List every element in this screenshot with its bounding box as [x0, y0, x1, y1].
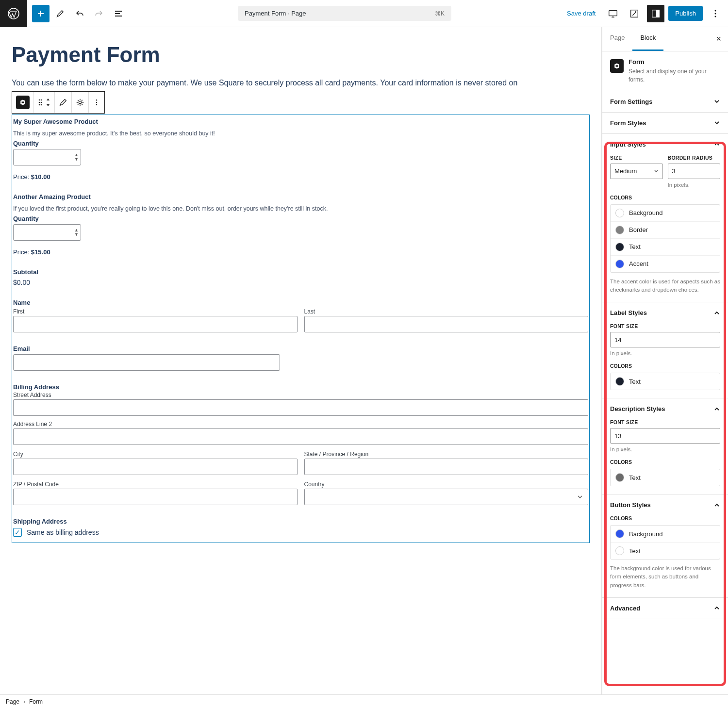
panel-header-label-styles[interactable]: Label Styles — [602, 302, 728, 323]
settings-sidebar-toggle[interactable] — [647, 5, 664, 22]
chevron-up-icon — [713, 406, 720, 412]
block-more-button[interactable] — [89, 92, 104, 113]
color-row[interactable]: Text — [611, 239, 720, 256]
chevron-up-icon — [713, 605, 720, 611]
accent-help-text: The accent color is used for aspects suc… — [610, 278, 720, 295]
same-as-billing-checkbox[interactable]: ✓ — [13, 528, 22, 537]
chevron-down-icon — [713, 119, 720, 126]
color-row[interactable]: Text — [611, 543, 720, 559]
color-swatch — [615, 546, 624, 555]
save-draft-link[interactable]: Save draft — [562, 7, 600, 20]
color-row[interactable]: Accent — [611, 256, 720, 272]
sidebar-tabs: Page Block × — [602, 27, 728, 51]
panel-form-styles: Form Styles — [602, 113, 728, 134]
toolbar-center: Payment Form · Page ⌘K — [127, 6, 562, 21]
size-select[interactable]: Medium — [610, 164, 663, 179]
block-header: Form Select and display one of your form… — [602, 51, 728, 91]
shipping-address-label: Shipping Address — [13, 518, 588, 525]
color-swatch — [615, 473, 624, 482]
color-row[interactable]: Background — [611, 205, 720, 222]
last-name-input[interactable] — [304, 316, 589, 332]
more-options-icon[interactable] — [707, 5, 724, 22]
color-swatch — [615, 529, 624, 538]
svg-point-5 — [715, 10, 716, 11]
panel-header-advanced[interactable]: Advanced — [602, 598, 728, 619]
preview-desktop-icon[interactable] — [604, 5, 622, 22]
document-outline-icon[interactable] — [110, 5, 127, 22]
panel-header-description-styles[interactable]: Description Styles — [602, 398, 728, 419]
svg-point-15 — [79, 101, 81, 103]
block-type-button[interactable] — [12, 92, 34, 113]
product-description: If you loved the first product, you're r… — [13, 205, 588, 212]
form-block[interactable]: My Super Awesome Product This is my supe… — [12, 115, 590, 543]
panel-header-button-styles[interactable]: Button Styles — [602, 494, 728, 515]
settings-sidebar: Page Block × Form Select and display one… — [602, 27, 728, 694]
breadcrumb-form[interactable]: Form — [29, 698, 43, 705]
panel-header-form-settings[interactable]: Form Settings — [602, 91, 728, 112]
panel-header-input-styles[interactable]: Input Styles — [602, 134, 728, 155]
address-line2-label: Address Line 2 — [13, 421, 588, 428]
top-toolbar: Payment Form · Page ⌘K Save draft Publis… — [0, 0, 728, 27]
zip-input[interactable] — [13, 489, 298, 505]
wp-logo-icon[interactable] — [0, 0, 27, 27]
document-title-bar[interactable]: Payment Form · Page ⌘K — [238, 6, 451, 21]
first-name-input[interactable] — [13, 316, 298, 332]
border-radius-input[interactable] — [668, 164, 721, 179]
toolbar-right: Save draft Publish — [562, 5, 728, 22]
tab-page[interactable]: Page — [602, 27, 632, 51]
breadcrumb-page[interactable]: Page — [6, 698, 19, 705]
input-colors-list: Background Border Text Accent — [610, 204, 720, 273]
add-block-button[interactable] — [32, 5, 50, 22]
price-line: Price: $10.00 — [13, 173, 588, 181]
block-settings-button[interactable] — [72, 92, 89, 113]
colors-heading: COLORS — [610, 363, 720, 369]
panel-description-styles: Description Styles FONT SIZE In pixels. … — [602, 398, 728, 494]
quantity-input[interactable]: ▲▼ — [13, 149, 81, 165]
chevron-up-icon — [713, 310, 720, 316]
chevron-up-icon — [713, 502, 720, 509]
color-row[interactable]: Text — [611, 469, 720, 486]
publish-button[interactable]: Publish — [668, 6, 703, 21]
svg-point-11 — [39, 102, 40, 103]
state-input[interactable] — [304, 459, 589, 475]
font-size-hint: In pixels. — [610, 350, 720, 356]
color-row[interactable]: Background — [611, 526, 720, 543]
quantity-input[interactable]: ▲▼ — [13, 224, 81, 241]
number-spinner-icon[interactable]: ▲▼ — [74, 153, 79, 162]
product-description: This is my super awesome product. It's t… — [13, 130, 588, 137]
city-input[interactable] — [13, 459, 298, 475]
page-title[interactable]: Payment Form — [12, 43, 590, 67]
product-title: My Super Awesome Product — [13, 118, 588, 125]
price-line: Price: $15.00 — [13, 248, 588, 256]
panel-header-form-styles[interactable]: Form Styles — [602, 113, 728, 133]
number-spinner-icon[interactable]: ▲▼ — [74, 228, 79, 237]
document-title: Payment Form · Page — [245, 10, 306, 17]
colors-heading: COLORS — [610, 459, 720, 465]
country-select[interactable] — [304, 489, 589, 505]
edit-mode-icon[interactable] — [51, 5, 69, 22]
color-row[interactable]: Text — [611, 373, 720, 390]
view-icon[interactable] — [626, 5, 643, 22]
block-edit-button[interactable] — [55, 92, 72, 113]
color-swatch — [615, 209, 624, 217]
block-drag-handle[interactable] — [34, 92, 55, 113]
same-as-billing-label: Same as billing address — [27, 528, 99, 536]
color-row[interactable]: Border — [611, 222, 720, 239]
color-swatch — [615, 377, 624, 386]
street-address-input[interactable] — [13, 399, 588, 416]
color-swatch — [615, 226, 624, 234]
label-font-size-input[interactable] — [610, 332, 720, 347]
tab-block[interactable]: Block — [632, 27, 663, 51]
undo-button[interactable] — [71, 5, 88, 22]
button-colors-list: Background Text — [610, 525, 720, 560]
colors-heading: COLORS — [610, 515, 720, 521]
close-sidebar-icon[interactable]: × — [709, 27, 728, 51]
quantity-label: Quantity — [13, 215, 588, 222]
intro-paragraph[interactable]: You can use the form below to make your … — [12, 79, 590, 87]
redo-button[interactable] — [90, 5, 108, 22]
description-font-size-input[interactable] — [610, 428, 720, 444]
email-input[interactable] — [13, 354, 280, 371]
address-line2-input[interactable] — [13, 428, 588, 445]
panel-advanced: Advanced — [602, 598, 728, 619]
svg-rect-8 — [22, 101, 24, 103]
